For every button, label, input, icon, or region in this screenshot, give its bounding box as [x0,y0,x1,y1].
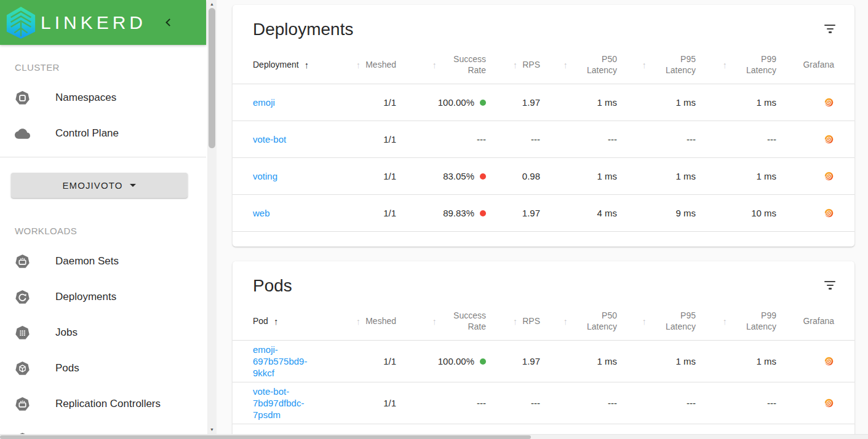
chevron-down-icon [130,184,136,187]
column-header-rps[interactable]: ↑RPS [486,45,540,84]
column-header-meshed[interactable]: ↑Meshed [345,302,396,340]
p50-cell: --- [540,134,617,144]
grafana-link[interactable] [824,171,834,181]
logo-text: LINKERD [41,12,146,33]
sort-arrow-icon: ↑ [563,316,568,326]
column-header-p95-latency[interactable]: ↑P95 Latency [617,302,696,340]
scroll-down-icon[interactable]: ▼ [207,425,217,434]
sort-arrow-active-icon: ↑ [305,60,309,70]
grafana-cell [776,171,834,181]
p99-cell: 1 ms [696,97,776,108]
horizontal-scrollbar-thumb[interactable] [0,435,531,439]
pod-link[interactable]: vote-bot-7bd97dfbdc-7psdm [253,386,322,421]
namespace-selector-label: EMOJIVOTO [63,180,123,191]
cluster-section-label: CLUSTER [0,45,206,80]
name-cell: emoji-697b575bd9-9kkcf [253,344,345,379]
rps-cell: --- [486,134,540,144]
column-header-deployment[interactable]: Deployment↑ [253,45,345,84]
column-header-pod[interactable]: Pod↑ [253,302,345,340]
column-header-label: Success Rate [442,310,486,332]
success-rate-cell: --- [396,398,486,408]
grafana-link[interactable] [824,398,834,408]
success-rate-cell: 100.00% [396,97,486,108]
grafana-link[interactable] [824,356,834,366]
pod-link[interactable]: emoji-697b575bd9-9kkcf [253,344,322,379]
column-header-p95-latency[interactable]: ↑P95 Latency [617,45,696,84]
meshed-cell: 1/1 [345,356,396,366]
status-dot-good [480,358,486,365]
sidebar-item-pods[interactable]: Pods [0,350,206,386]
p50-cell: --- [540,398,617,408]
filter-icon[interactable] [824,281,836,291]
filter-icon[interactable] [824,25,836,35]
success-rate-value: 100.00% [438,356,474,366]
horizontal-scrollbar[interactable] [0,434,868,439]
sidebar-item-daemon-sets[interactable]: Daemon Sets [0,243,206,279]
p99-cell: --- [696,398,776,408]
namespace-selector-button[interactable]: EMOJIVOTO [11,173,188,198]
deployments-table-body: emoji1/1100.00%1.971 ms1 ms1 msvote-bot1… [233,84,854,232]
sort-arrow-icon: ↑ [642,316,647,326]
column-header-label: P99 Latency [732,310,776,332]
success-rate-value: --- [477,134,486,144]
sort-arrow-active-icon: ↑ [274,316,279,326]
column-header-rps[interactable]: ↑RPS [486,302,540,340]
sidebar-item-control-plane[interactable]: Control Plane [0,116,206,151]
sidebar-item-replication-controllers[interactable]: Replication Controllers [0,386,206,422]
grafana-icon [824,171,834,181]
column-header-p99-latency[interactable]: ↑P99 Latency [696,45,776,84]
column-header-p50-latency[interactable]: ↑P50 Latency [540,302,617,340]
column-header-label: P95 Latency [651,53,696,76]
column-header-p99-latency[interactable]: ↑P99 Latency [696,302,776,340]
success-rate-cell: --- [396,134,486,144]
table-row: voting1/183.05%0.981 ms1 ms1 ms [233,158,854,195]
meshed-cell: 1/1 [345,97,396,108]
table-row: vote-bot1/1--------------- [233,121,854,158]
deployment-link[interactable]: web [253,207,270,219]
column-header-p50-latency[interactable]: ↑P50 Latency [540,45,617,84]
sidebar-item-deployments[interactable]: Deployments [0,279,206,315]
sidebar-item-namespaces[interactable]: Namespaces [0,80,206,116]
deployment-link[interactable]: voting [253,170,277,182]
column-header-success-rate[interactable]: ↑Success Rate [396,45,486,84]
status-dot-bad [480,173,486,180]
meshed-cell: 1/1 [345,208,396,218]
name-cell: voting [253,170,345,182]
sidebar-header: LINKERD [0,0,206,45]
sidebar-item-jobs[interactable]: Jobs [0,315,206,350]
namespaces-icon [15,90,31,106]
sidebar-collapse-button[interactable] [160,15,176,31]
sort-arrow-icon: ↑ [563,60,568,70]
pods-card: Pods Pod↑↑Meshed↑Success Rate↑RPS↑P50 La… [233,261,854,439]
column-header-success-rate[interactable]: ↑Success Rate [396,302,486,340]
column-header-label: Grafana [803,316,834,326]
sort-arrow-icon: ↑ [432,60,437,70]
deployment-link[interactable]: emoji [253,97,275,108]
grafana-link[interactable] [824,208,834,218]
grafana-link[interactable] [824,97,834,108]
success-rate-value: 100.00% [438,97,474,108]
grafana-icon [824,208,834,218]
column-header-meshed[interactable]: ↑Meshed [345,45,396,84]
sidebar-scrollbar-thumb[interactable] [209,8,215,148]
sort-arrow-icon: ↑ [356,316,361,326]
deployments-icon [15,290,31,305]
scroll-up-icon[interactable]: ▲ [207,0,217,9]
rps-cell: 1.97 [486,208,540,218]
grafana-cell [776,208,834,218]
replication-controllers-icon [15,397,31,412]
p95-cell: 1 ms [617,356,696,366]
meshed-cell: 1/1 [345,398,396,408]
column-header-label: P50 Latency [573,53,617,76]
column-header-label: RPS [522,60,540,69]
p95-cell: 9 ms [617,208,696,218]
column-header-grafana: Grafana [776,302,834,340]
sidebar-item-label: Replication Controllers [55,398,161,410]
grafana-link[interactable] [824,134,834,144]
daemon-sets-icon [15,254,31,269]
status-dot-good [480,100,486,106]
sidebar-scrollbar[interactable]: ▲ ▼ [207,0,217,439]
sort-arrow-icon: ↑ [723,316,728,326]
linkerd-logo[interactable]: LINKERD [0,6,146,40]
deployment-link[interactable]: vote-bot [253,133,286,145]
